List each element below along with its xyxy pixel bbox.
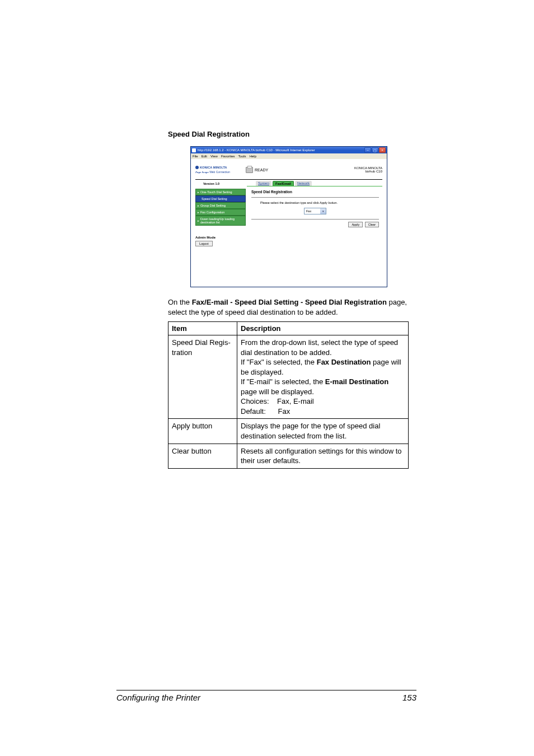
- km-logo-icon: [195, 166, 199, 169]
- sidebar-label-downup: Down loading/Up loading destination list: [200, 217, 243, 224]
- td-item-speeddial: Speed Dial Regis­tration: [168, 335, 237, 419]
- web-connection-text: Page Scope Web Connection: [195, 170, 246, 174]
- model-line2: bizhub C10: [343, 170, 382, 173]
- th-description: Description: [237, 322, 409, 335]
- menu-view[interactable]: View: [210, 155, 218, 158]
- printer-icon: [246, 167, 253, 173]
- maximize-button[interactable]: ▢: [372, 147, 378, 153]
- table-row: Clear button Resets all configuration se…: [168, 444, 409, 468]
- page: Speed Dial Registration http://192.168.1…: [0, 0, 534, 756]
- ie-main: ▸ One-Touch Dial Setting Speed Dial Sett…: [191, 186, 387, 249]
- tab-network[interactable]: Network: [295, 181, 312, 186]
- chevron-down-icon: ▾: [320, 208, 326, 214]
- select-row: Fax ▾: [251, 208, 379, 214]
- intro-paragraph: On the Fax/E-mail - Speed Dial Setting -…: [168, 297, 409, 317]
- description-table: Item Description Speed Dial Regis­tratio…: [168, 321, 409, 469]
- menu-file[interactable]: File: [193, 155, 198, 158]
- r1-line3b: E-mail Destination: [325, 377, 388, 386]
- pagescope-prefix: Page Scope: [195, 171, 209, 174]
- intro-bold-path: Fax/E-mail - Speed Dial Setting - Speed …: [192, 298, 387, 306]
- ie-titlebar: http://192.168.1.2 - KONICA MINOLTA bizh…: [191, 147, 387, 153]
- tabs-row: System Fax/Email Network: [256, 181, 312, 186]
- footer-page-number: 153: [402, 693, 416, 702]
- header-row: KONICA MINOLTA Page Scope Web Connection…: [191, 159, 387, 179]
- table-row: Apply button Displays the page for the t…: [168, 419, 409, 444]
- clear-button[interactable]: Clear: [365, 222, 379, 227]
- r1-default-value: Fax: [278, 407, 290, 416]
- close-button[interactable]: ×: [379, 147, 386, 153]
- admin-mode-block: Admin Mode Logout: [195, 236, 246, 246]
- chevron-right-icon: ▸: [198, 204, 199, 207]
- table-header-row: Item Description: [168, 322, 409, 335]
- logout-button[interactable]: Logout: [195, 241, 213, 246]
- content-area: Speed Dial Registration http://192.168.1…: [168, 130, 409, 469]
- sidebar-label-faxconfig: Fax Configuration: [200, 211, 224, 214]
- select-value: Fax: [305, 209, 320, 213]
- r1-choices-label: Choices:: [241, 397, 269, 405]
- version-label: Version 1.0: [195, 182, 254, 185]
- ie-window: http://192.168.1.2 - KONICA MINOLTA bizh…: [190, 146, 387, 287]
- td-desc-clear: Resets all configuration settings for th…: [237, 444, 409, 468]
- ready-column: READY: [246, 167, 343, 173]
- r1-line3c: page will be displayed.: [241, 388, 314, 396]
- td-item-apply: Apply button: [168, 419, 237, 444]
- main-rule1: [251, 197, 379, 198]
- ie-favicon-icon: [192, 148, 196, 152]
- chevron-right-icon: ▸: [198, 219, 199, 222]
- web-connection-label: Web Connection: [209, 170, 230, 174]
- km-logo-text: KONICA MINOLTA: [200, 166, 227, 169]
- r1-line1: From the drop-down list, select the type…: [241, 338, 398, 357]
- main-instruction: Please select the destination type and c…: [260, 201, 379, 204]
- r1-line2a: If "Fax" is selected, the: [241, 358, 317, 366]
- admin-mode-label: Admin Mode: [195, 236, 246, 239]
- th-item: Item: [168, 322, 237, 335]
- page-footer: Configuring the Printer 153: [116, 690, 416, 702]
- td-item-clear: Clear button: [168, 444, 237, 468]
- r1-line3a: If "E-mail" is selected, the: [241, 377, 325, 386]
- main-pane: Speed Dial Registration Please select th…: [248, 189, 382, 246]
- km-logo: KONICA MINOLTA: [195, 166, 246, 169]
- td-desc-apply: Displays the page for the type of speed …: [237, 419, 409, 444]
- button-row: Apply Clear: [251, 222, 379, 227]
- version-row: Version 1.0 System Fax/Email Network: [191, 180, 387, 186]
- main-title: Speed Dial Registration: [251, 190, 379, 194]
- ie-window-title: http://192.168.1.2 - KONICA MINOLTA bizh…: [198, 148, 364, 152]
- menu-help[interactable]: Help: [250, 155, 256, 158]
- chevron-right-icon: ▸: [198, 211, 199, 214]
- sidebar-item-onetouch[interactable]: ▸ One-Touch Dial Setting: [195, 189, 246, 195]
- menu-favorites[interactable]: Favorites: [221, 155, 235, 158]
- main-rule2: [251, 219, 379, 220]
- footer-title: Configuring the Printer: [116, 693, 200, 702]
- sidebar-item-downup[interactable]: ▸ Down loading/Up loading destination li…: [195, 216, 246, 226]
- menu-tools[interactable]: Tools: [238, 155, 246, 158]
- sidebar-item-groupdial[interactable]: ▸ Group Dial Setting: [195, 202, 246, 209]
- sidebar-label-speeddial: Speed Dial Setting: [202, 197, 227, 200]
- logo-column: KONICA MINOLTA Page Scope Web Connection: [195, 166, 246, 174]
- section-heading: Speed Dial Registration: [168, 130, 409, 138]
- sidebar-label-onetouch: One-Touch Dial Setting: [200, 190, 232, 194]
- r1-choices-value: Fax, E-mail: [277, 397, 314, 405]
- apply-button[interactable]: Apply: [348, 222, 363, 227]
- tab-fax-email[interactable]: Fax/Email: [273, 181, 294, 186]
- minimize-button[interactable]: –: [364, 147, 371, 153]
- sidebar-item-faxconfig[interactable]: ▸ Fax Configuration: [195, 209, 246, 216]
- menu-edit[interactable]: Edit: [202, 155, 207, 158]
- tab-system[interactable]: System: [256, 181, 271, 186]
- table-row: Speed Dial Regis­tration From the drop-d…: [168, 335, 409, 419]
- r1-line2b: Fax Destination: [317, 358, 371, 366]
- ie-menubar: File Edit View Favorites Tools Help: [191, 153, 387, 159]
- r1-default-label: Default:: [241, 407, 266, 416]
- sidebar: ▸ One-Touch Dial Setting Speed Dial Sett…: [195, 189, 246, 246]
- intro-prefix: On the: [168, 298, 192, 306]
- screenshot-wrap: http://192.168.1.2 - KONICA MINOLTA bizh…: [190, 146, 386, 287]
- sidebar-item-speeddial[interactable]: Speed Dial Setting: [195, 195, 246, 202]
- sidebar-label-groupdial: Group Dial Setting: [200, 204, 226, 207]
- td-desc-speeddial: From the drop-down list, select the type…: [237, 335, 409, 419]
- model-column: KONICA MINOLTA bizhub C10: [343, 166, 382, 173]
- ready-text: READY: [255, 168, 268, 172]
- destination-type-select[interactable]: Fax ▾: [304, 208, 326, 214]
- ie-body: KONICA MINOLTA Page Scope Web Connection…: [191, 159, 387, 287]
- chevron-right-icon: ▸: [198, 190, 199, 194]
